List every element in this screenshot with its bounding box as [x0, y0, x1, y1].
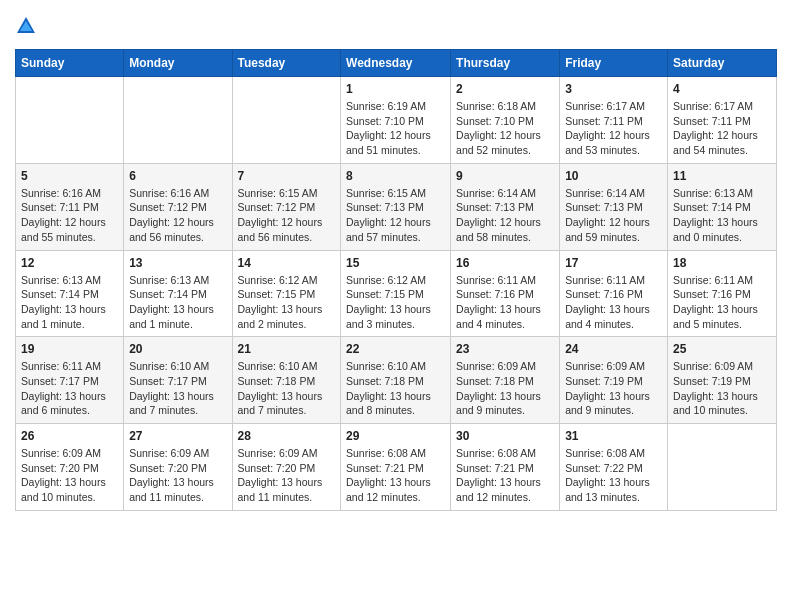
day-number: 14	[238, 256, 336, 270]
day-info: Sunrise: 6:11 AMSunset: 7:16 PMDaylight:…	[456, 273, 554, 332]
day-info: Sunrise: 6:11 AMSunset: 7:16 PMDaylight:…	[673, 273, 771, 332]
day-number: 12	[21, 256, 118, 270]
day-of-week-header: Tuesday	[232, 50, 341, 77]
calendar-day-cell: 12Sunrise: 6:13 AMSunset: 7:14 PMDayligh…	[16, 250, 124, 337]
day-info: Sunrise: 6:09 AMSunset: 7:19 PMDaylight:…	[565, 359, 662, 418]
day-info: Sunrise: 6:09 AMSunset: 7:20 PMDaylight:…	[21, 446, 118, 505]
day-number: 17	[565, 256, 662, 270]
day-number: 18	[673, 256, 771, 270]
calendar-day-cell: 10Sunrise: 6:14 AMSunset: 7:13 PMDayligh…	[560, 163, 668, 250]
calendar-day-cell: 14Sunrise: 6:12 AMSunset: 7:15 PMDayligh…	[232, 250, 341, 337]
day-info: Sunrise: 6:08 AMSunset: 7:21 PMDaylight:…	[346, 446, 445, 505]
calendar-day-cell: 30Sunrise: 6:08 AMSunset: 7:21 PMDayligh…	[451, 424, 560, 511]
day-info: Sunrise: 6:12 AMSunset: 7:15 PMDaylight:…	[238, 273, 336, 332]
day-number: 4	[673, 82, 771, 96]
day-info: Sunrise: 6:11 AMSunset: 7:16 PMDaylight:…	[565, 273, 662, 332]
day-of-week-header: Sunday	[16, 50, 124, 77]
day-of-week-header: Saturday	[668, 50, 777, 77]
calendar-day-cell: 11Sunrise: 6:13 AMSunset: 7:14 PMDayligh…	[668, 163, 777, 250]
day-info: Sunrise: 6:09 AMSunset: 7:20 PMDaylight:…	[129, 446, 226, 505]
calendar-day-cell: 4Sunrise: 6:17 AMSunset: 7:11 PMDaylight…	[668, 77, 777, 164]
calendar-day-cell: 19Sunrise: 6:11 AMSunset: 7:17 PMDayligh…	[16, 337, 124, 424]
day-of-week-header: Wednesday	[341, 50, 451, 77]
calendar-day-cell: 6Sunrise: 6:16 AMSunset: 7:12 PMDaylight…	[124, 163, 232, 250]
day-number: 19	[21, 342, 118, 356]
calendar-day-cell: 7Sunrise: 6:15 AMSunset: 7:12 PMDaylight…	[232, 163, 341, 250]
calendar-day-cell: 28Sunrise: 6:09 AMSunset: 7:20 PMDayligh…	[232, 424, 341, 511]
day-number: 23	[456, 342, 554, 356]
calendar-day-cell: 5Sunrise: 6:16 AMSunset: 7:11 PMDaylight…	[16, 163, 124, 250]
calendar-day-cell: 21Sunrise: 6:10 AMSunset: 7:18 PMDayligh…	[232, 337, 341, 424]
calendar-day-cell: 17Sunrise: 6:11 AMSunset: 7:16 PMDayligh…	[560, 250, 668, 337]
page-header	[15, 15, 777, 37]
calendar-week-row: 5Sunrise: 6:16 AMSunset: 7:11 PMDaylight…	[16, 163, 777, 250]
day-info: Sunrise: 6:09 AMSunset: 7:19 PMDaylight:…	[673, 359, 771, 418]
day-info: Sunrise: 6:13 AMSunset: 7:14 PMDaylight:…	[673, 186, 771, 245]
day-number: 1	[346, 82, 445, 96]
calendar-day-cell: 20Sunrise: 6:10 AMSunset: 7:17 PMDayligh…	[124, 337, 232, 424]
calendar-day-cell: 26Sunrise: 6:09 AMSunset: 7:20 PMDayligh…	[16, 424, 124, 511]
logo	[15, 15, 41, 37]
calendar-week-row: 26Sunrise: 6:09 AMSunset: 7:20 PMDayligh…	[16, 424, 777, 511]
calendar-week-row: 19Sunrise: 6:11 AMSunset: 7:17 PMDayligh…	[16, 337, 777, 424]
day-number: 22	[346, 342, 445, 356]
day-number: 6	[129, 169, 226, 183]
day-number: 28	[238, 429, 336, 443]
calendar-day-cell: 2Sunrise: 6:18 AMSunset: 7:10 PMDaylight…	[451, 77, 560, 164]
calendar-day-cell: 31Sunrise: 6:08 AMSunset: 7:22 PMDayligh…	[560, 424, 668, 511]
day-info: Sunrise: 6:14 AMSunset: 7:13 PMDaylight:…	[565, 186, 662, 245]
calendar-day-cell: 29Sunrise: 6:08 AMSunset: 7:21 PMDayligh…	[341, 424, 451, 511]
calendar-day-cell: 8Sunrise: 6:15 AMSunset: 7:13 PMDaylight…	[341, 163, 451, 250]
calendar-day-cell	[232, 77, 341, 164]
day-info: Sunrise: 6:09 AMSunset: 7:18 PMDaylight:…	[456, 359, 554, 418]
day-number: 7	[238, 169, 336, 183]
day-info: Sunrise: 6:10 AMSunset: 7:18 PMDaylight:…	[346, 359, 445, 418]
day-number: 24	[565, 342, 662, 356]
day-number: 29	[346, 429, 445, 443]
day-number: 11	[673, 169, 771, 183]
day-info: Sunrise: 6:08 AMSunset: 7:21 PMDaylight:…	[456, 446, 554, 505]
calendar-day-cell: 3Sunrise: 6:17 AMSunset: 7:11 PMDaylight…	[560, 77, 668, 164]
day-number: 2	[456, 82, 554, 96]
calendar-day-cell: 1Sunrise: 6:19 AMSunset: 7:10 PMDaylight…	[341, 77, 451, 164]
calendar-day-cell	[16, 77, 124, 164]
day-info: Sunrise: 6:13 AMSunset: 7:14 PMDaylight:…	[21, 273, 118, 332]
day-number: 15	[346, 256, 445, 270]
day-info: Sunrise: 6:09 AMSunset: 7:20 PMDaylight:…	[238, 446, 336, 505]
day-number: 10	[565, 169, 662, 183]
calendar-day-cell: 16Sunrise: 6:11 AMSunset: 7:16 PMDayligh…	[451, 250, 560, 337]
calendar-day-cell: 23Sunrise: 6:09 AMSunset: 7:18 PMDayligh…	[451, 337, 560, 424]
calendar-day-cell: 22Sunrise: 6:10 AMSunset: 7:18 PMDayligh…	[341, 337, 451, 424]
day-info: Sunrise: 6:10 AMSunset: 7:18 PMDaylight:…	[238, 359, 336, 418]
calendar-day-cell	[124, 77, 232, 164]
day-of-week-header: Thursday	[451, 50, 560, 77]
day-info: Sunrise: 6:08 AMSunset: 7:22 PMDaylight:…	[565, 446, 662, 505]
day-number: 5	[21, 169, 118, 183]
day-info: Sunrise: 6:16 AMSunset: 7:12 PMDaylight:…	[129, 186, 226, 245]
day-info: Sunrise: 6:17 AMSunset: 7:11 PMDaylight:…	[565, 99, 662, 158]
day-info: Sunrise: 6:15 AMSunset: 7:13 PMDaylight:…	[346, 186, 445, 245]
calendar-day-cell: 27Sunrise: 6:09 AMSunset: 7:20 PMDayligh…	[124, 424, 232, 511]
day-number: 20	[129, 342, 226, 356]
day-number: 8	[346, 169, 445, 183]
day-number: 31	[565, 429, 662, 443]
calendar-week-row: 1Sunrise: 6:19 AMSunset: 7:10 PMDaylight…	[16, 77, 777, 164]
day-number: 26	[21, 429, 118, 443]
day-number: 21	[238, 342, 336, 356]
calendar-table: SundayMondayTuesdayWednesdayThursdayFrid…	[15, 49, 777, 511]
day-of-week-header: Monday	[124, 50, 232, 77]
day-number: 9	[456, 169, 554, 183]
day-number: 25	[673, 342, 771, 356]
calendar-day-cell: 18Sunrise: 6:11 AMSunset: 7:16 PMDayligh…	[668, 250, 777, 337]
day-info: Sunrise: 6:13 AMSunset: 7:14 PMDaylight:…	[129, 273, 226, 332]
day-info: Sunrise: 6:15 AMSunset: 7:12 PMDaylight:…	[238, 186, 336, 245]
day-info: Sunrise: 6:10 AMSunset: 7:17 PMDaylight:…	[129, 359, 226, 418]
day-info: Sunrise: 6:17 AMSunset: 7:11 PMDaylight:…	[673, 99, 771, 158]
calendar-day-cell: 9Sunrise: 6:14 AMSunset: 7:13 PMDaylight…	[451, 163, 560, 250]
day-info: Sunrise: 6:14 AMSunset: 7:13 PMDaylight:…	[456, 186, 554, 245]
day-info: Sunrise: 6:12 AMSunset: 7:15 PMDaylight:…	[346, 273, 445, 332]
day-number: 13	[129, 256, 226, 270]
day-number: 30	[456, 429, 554, 443]
logo-icon	[15, 15, 37, 37]
day-number: 16	[456, 256, 554, 270]
